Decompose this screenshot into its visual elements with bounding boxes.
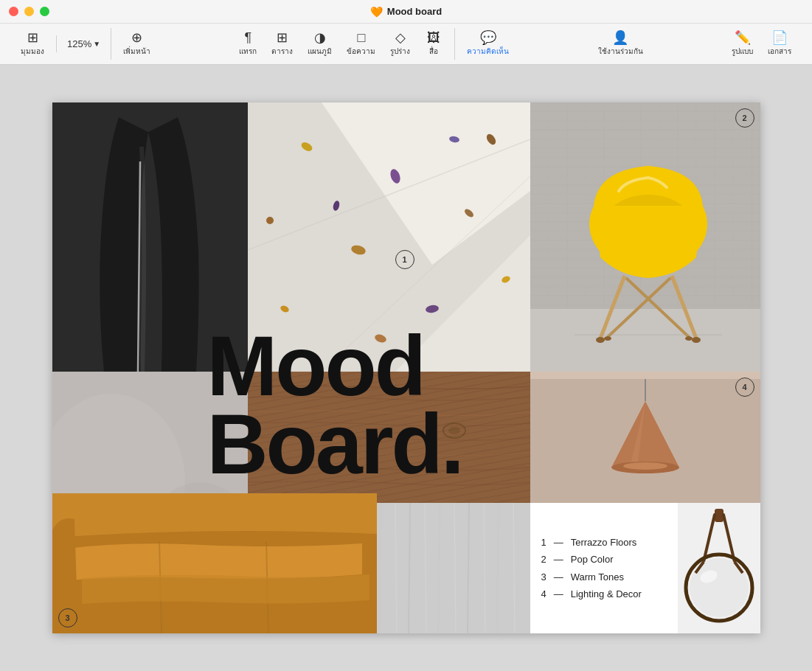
collab-button[interactable]: 👤 ใช้งานร่วมกัน [592, 28, 649, 60]
toolbar-view-group: ⊞ มุมมอง [9, 28, 56, 60]
collab-label: ใช้งานร่วมกัน [598, 46, 643, 57]
comment-button[interactable]: 💬 ความคิดเห็น [461, 28, 515, 60]
track-label: แทรก [239, 46, 257, 57]
wood-image [248, 372, 530, 503]
track-button[interactable]: ¶ แทรก [233, 28, 263, 60]
titlebar: 🧡 Mood board [0, 0, 812, 24]
title-emoji: 🧡 [370, 6, 383, 18]
chart-icon: ◑ [314, 31, 326, 44]
toolbar-format-group: ✏️ รูปแบบ 📄 เอกสาร [720, 28, 803, 60]
svg-rect-67 [530, 372, 760, 379]
view-icon: ⊞ [27, 31, 38, 44]
svg-rect-41 [248, 372, 530, 503]
collab-icon: 👤 [612, 31, 628, 44]
zoom-control[interactable]: 125% ▼ [63, 35, 105, 52]
svg-point-34 [685, 336, 693, 341]
media-button[interactable]: 🖼 สื่อ [419, 28, 448, 60]
shape-button[interactable]: ◇ รูปร่าง [384, 28, 416, 60]
minimize-button[interactable] [24, 7, 34, 16]
zoom-value: 125% [67, 38, 91, 49]
media-label: สื่อ [429, 46, 438, 57]
window-controls [9, 7, 49, 16]
svg-point-66 [623, 462, 667, 470]
table-label: ตาราง [271, 46, 293, 57]
table-icon: ⊞ [277, 31, 288, 44]
svg-rect-25 [530, 309, 760, 372]
lamp-image: 4 [530, 372, 760, 503]
text-icon: □ [358, 31, 366, 44]
comment-label: ความคิดเห็น [467, 46, 509, 57]
comment-icon: 💬 [480, 31, 496, 44]
canvas-area: 1 [0, 65, 812, 671]
format-button[interactable]: ✏️ รูปแบบ [726, 28, 759, 60]
toolbar: ⊞ มุมมอง 125% ▼ ⊕ เพิ่มหน้า ¶ แทรก ⊞ ตาร… [0, 24, 812, 65]
view-button[interactable]: ⊞ มุมมอง [15, 28, 50, 60]
chart-button[interactable]: ◑ แผนภูมิ [302, 28, 338, 60]
toolbar-zoom-group: 125% ▼ [56, 35, 111, 52]
doc-icon: 📄 [771, 31, 788, 44]
format-label: รูปแบบ [732, 46, 753, 57]
legend-item-4: 4 — Lighting & Decor [541, 585, 667, 602]
add-page-label: เพิ่มหน้า [123, 46, 150, 57]
title-text: Mood board [387, 6, 442, 17]
badge-1: 1 [395, 250, 414, 269]
mirror-image [678, 503, 760, 633]
legend-item-2: 2 — Pop Color [541, 551, 667, 568]
legend-item-3: 3 — Warm Tones [541, 569, 667, 585]
badge-3: 3 [58, 608, 77, 627]
moodboard-grid: 1 [52, 102, 760, 633]
text-label: ข้อความ [347, 46, 375, 57]
doc-label: เอกสาร [768, 46, 791, 57]
toolbar-comment-group: 💬 ความคิดเห็น [454, 28, 521, 60]
svg-point-33 [692, 337, 701, 343]
shape-icon: ◇ [395, 31, 406, 44]
svg-point-32 [596, 337, 605, 343]
zoom-chevron-icon: ▼ [93, 40, 100, 48]
add-page-button[interactable]: ⊕ เพิ่มหน้า [117, 28, 156, 60]
media-icon: 🖼 [427, 31, 440, 44]
svg-rect-0 [52, 102, 248, 372]
sofa-image [52, 493, 377, 633]
svg-point-42 [443, 423, 465, 438]
text-button[interactable]: □ ข้อความ [341, 28, 381, 60]
close-button[interactable] [9, 7, 18, 16]
badge-4: 4 [735, 378, 754, 397]
doc-button[interactable]: 📄 เอกสาร [762, 28, 797, 60]
maximize-button[interactable] [40, 7, 49, 16]
view-label: มุมมอง [21, 46, 44, 57]
shape-label: รูปร่าง [390, 46, 410, 57]
yellow-chair-image: 2 [530, 102, 760, 372]
add-page-icon: ⊕ [131, 31, 142, 44]
track-icon: ¶ [245, 31, 252, 44]
legend-item-1: 1 — Terrazzo Floors [541, 534, 667, 551]
toolbar-addpage-group: ⊕ เพิ่มหน้า [111, 28, 162, 60]
toolbar-insert-group: ¶ แทรก ⊞ ตาราง ◑ แผนภูมิ □ ข้อความ ◇ รูป… [227, 28, 454, 60]
leather-chair-image [52, 102, 248, 372]
svg-point-43 [448, 427, 460, 434]
svg-point-35 [604, 336, 611, 341]
format-icon: ✏️ [735, 31, 751, 44]
toolbar-collab-group: 👤 ใช้งานร่วมกัน [586, 28, 655, 60]
chart-label: แผนภูมิ [308, 46, 332, 57]
page: 1 [52, 102, 760, 633]
pages-container: 1 [52, 102, 760, 633]
badge-2: 2 [735, 108, 754, 128]
window-title: 🧡 Mood board [370, 6, 442, 18]
terrazzo-image: 1 [248, 102, 530, 372]
legend-area: 1 — Terrazzo Floors 2 — Pop Color 3 — [530, 503, 678, 633]
table-button[interactable]: ⊞ ตาราง [266, 28, 299, 60]
